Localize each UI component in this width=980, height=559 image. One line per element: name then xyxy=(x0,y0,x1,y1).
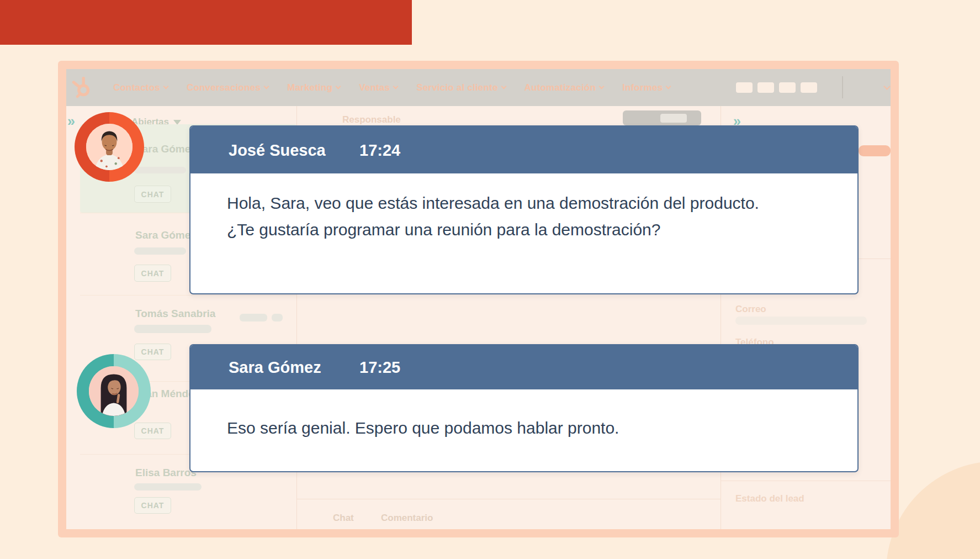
composer-separator xyxy=(296,499,721,499)
nav-item-contactos[interactable]: Contactos xyxy=(113,82,168,93)
nav-item-label: Servicio al cliente xyxy=(416,82,497,93)
chevron-down-icon xyxy=(163,83,168,89)
nav-action-pill-icon[interactable] xyxy=(736,82,753,93)
tab-comentario[interactable]: Comentario xyxy=(381,513,433,524)
field-label-correo: Correo xyxy=(735,304,766,315)
list-separator xyxy=(80,295,296,296)
conversation-preview-placeholder xyxy=(134,325,211,333)
chat-message-body: Hola, Sara, veo que estás interesada en … xyxy=(190,173,857,243)
nav-item-label: Contactos xyxy=(113,82,160,93)
conversation-preview-placeholder xyxy=(134,483,202,491)
nav-item-label: Marketing xyxy=(287,82,332,93)
conversation-meta-placeholder xyxy=(240,314,267,321)
nav-divider xyxy=(842,76,843,98)
chat-message-body: Eso sería genial. Espero que podamos hab… xyxy=(190,389,857,441)
chat-message-card-jose: José Suesca 17:24 Hola, Sara, veo que es… xyxy=(189,125,859,294)
avatar-sara-gomez xyxy=(77,354,151,428)
chat-button[interactable]: CHAT xyxy=(134,186,171,203)
nav-item-label: Ventas xyxy=(359,82,390,93)
message-time: 17:24 xyxy=(359,141,400,159)
avatar-photo xyxy=(89,366,139,416)
message-time: 17:25 xyxy=(359,358,400,377)
avatar-photo xyxy=(86,124,133,170)
conversation-name[interactable]: Sara Gómez xyxy=(135,229,196,241)
assignee-filter-toggle xyxy=(660,114,687,123)
decor-corner-circle xyxy=(886,461,980,559)
field-label-estado-del-lead: Estado del lead xyxy=(735,493,804,504)
conversation-name[interactable]: Sara Gómez xyxy=(135,143,196,155)
chevron-down-icon xyxy=(599,83,605,89)
conversation-preview-placeholder xyxy=(134,247,186,255)
nav-menu: Contactos Conversaciones Marketing Venta… xyxy=(113,82,670,93)
chat-button[interactable]: CHAT xyxy=(134,265,171,282)
nav-actions xyxy=(736,69,891,106)
chat-message-header: Sara Gómez 17:25 xyxy=(190,345,857,389)
details-action-pill[interactable] xyxy=(859,145,891,156)
nav-item-label: Automatización xyxy=(525,82,596,93)
field-value-placeholder[interactable] xyxy=(735,317,867,325)
chevron-down-icon xyxy=(336,83,341,89)
chevron-down-icon xyxy=(666,83,671,89)
message-sender: José Suesca xyxy=(229,141,326,159)
chat-button[interactable]: CHAT xyxy=(134,423,171,439)
details-section-separator xyxy=(721,481,891,481)
chevron-down-icon xyxy=(501,83,506,89)
nav-item-label: Informes xyxy=(622,82,663,93)
chat-message-header: José Suesca 17:24 xyxy=(190,126,857,173)
message-text: Eso sería genial. Espero que podamos hab… xyxy=(227,415,824,441)
message-sender: Sara Gómez xyxy=(229,358,321,377)
conversation-meta-placeholder xyxy=(272,314,283,321)
tab-chat[interactable]: Chat xyxy=(333,513,354,524)
conversation-name[interactable]: Tomás Sanabria xyxy=(135,308,215,320)
nav-action-pill-icon[interactable] xyxy=(801,82,817,93)
message-text: Hola, Sara, veo que estás interesada en … xyxy=(227,190,790,243)
account-caret-icon[interactable] xyxy=(883,83,891,90)
conversation-preview-placeholder xyxy=(134,167,186,173)
conversation-name[interactable]: Elisa Barros xyxy=(135,467,197,479)
nav-item-automatizacion[interactable]: Automatización xyxy=(525,82,603,93)
chat-button[interactable]: CHAT xyxy=(134,497,171,514)
chevron-down-icon xyxy=(393,83,399,89)
assignee-filter-button[interactable] xyxy=(623,110,701,125)
nav-item-label: Conversaciones xyxy=(187,82,261,93)
double-chevron-right-icon[interactable]: » xyxy=(67,113,75,129)
nav-item-informes[interactable]: Informes xyxy=(622,82,670,93)
brand-red-bar xyxy=(0,0,412,45)
nav-action-pill-icon[interactable] xyxy=(779,82,796,93)
top-nav-bar: Contactos Conversaciones Marketing Venta… xyxy=(66,69,891,106)
chat-button[interactable]: CHAT xyxy=(134,344,171,360)
column-header-responsable: Responsable xyxy=(342,114,401,125)
chat-message-card-sara: Sara Gómez 17:25 Eso sería genial. Esper… xyxy=(189,344,859,472)
nav-item-conversaciones[interactable]: Conversaciones xyxy=(187,82,268,93)
nav-item-servicio-al-cliente[interactable]: Servicio al cliente xyxy=(416,82,505,93)
hubspot-sprocket-icon[interactable] xyxy=(72,76,92,98)
avatar-jose-suesca xyxy=(75,112,144,182)
nav-action-pill-icon[interactable] xyxy=(757,82,774,93)
nav-item-ventas[interactable]: Ventas xyxy=(359,82,398,93)
chevron-down-icon xyxy=(264,83,269,89)
nav-item-marketing[interactable]: Marketing xyxy=(287,82,340,93)
